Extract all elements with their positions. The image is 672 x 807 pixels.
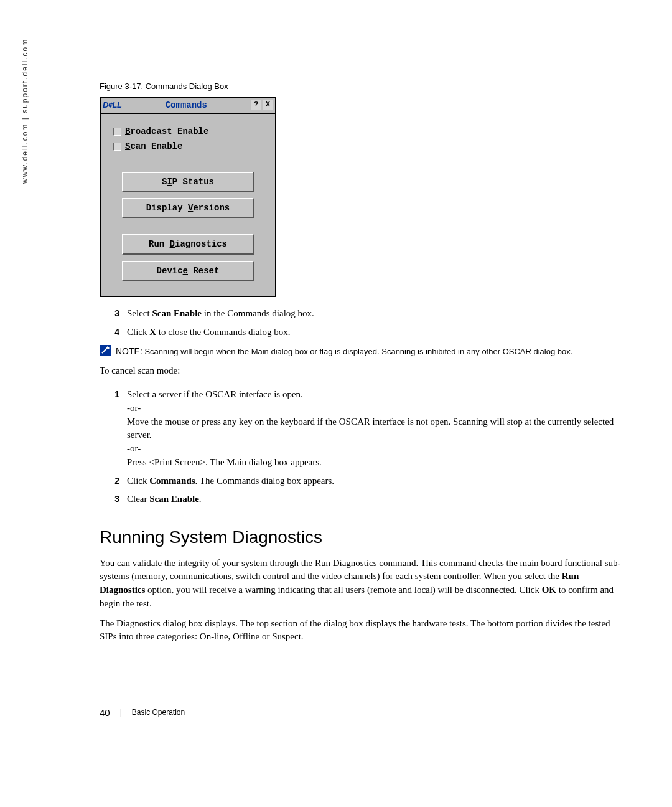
page-footer: 40 | Basic Operation xyxy=(100,706,622,720)
step-text: Clear Scan Enable. xyxy=(127,493,622,506)
step-number: 1 xyxy=(100,388,127,470)
help-icon[interactable]: ? xyxy=(251,100,261,110)
step-4: 4 Click X to close the Commands dialog b… xyxy=(100,326,622,339)
dialog-titlebar: D¢LL Commands ? X xyxy=(101,98,275,114)
step-number: 4 xyxy=(100,326,127,339)
scan-enable-checkbox[interactable] xyxy=(113,143,121,151)
close-icon[interactable]: X xyxy=(263,100,273,110)
diagnostics-paragraph-1: You can validate the integrity of your s… xyxy=(100,557,622,611)
note-block: NOTE: Scanning will begin when the Main … xyxy=(100,345,622,358)
cancel-step-3: 3 Clear Scan Enable. xyxy=(100,493,622,506)
cancel-step-1: 1 Select a server if the OSCAR interface… xyxy=(100,388,622,470)
step-text: Click X to close the Commands dialog box… xyxy=(127,326,622,339)
note-text: Scanning will begin when the Main dialog… xyxy=(142,347,573,356)
cancel-intro: To cancel scan mode: xyxy=(100,364,622,378)
step-number: 3 xyxy=(100,307,127,321)
page-number: 40 xyxy=(100,706,110,720)
note-label: NOTE: xyxy=(116,346,142,356)
display-versions-button[interactable]: Display Versions xyxy=(122,198,254,218)
note-icon xyxy=(100,345,111,356)
broadcast-enable-row[interactable]: Broadcast Enable xyxy=(113,125,263,138)
sidebar-url: www.dell.com | support.dell.com xyxy=(20,39,30,184)
broadcast-enable-label: Broadcast Enable xyxy=(125,125,208,138)
dell-logo: D¢LL xyxy=(103,100,122,111)
step-text: Select a server if the OSCAR interface i… xyxy=(127,388,622,470)
step-number: 2 xyxy=(100,474,127,488)
section-heading: Running System Diagnostics xyxy=(100,525,622,550)
footer-section: Basic Operation xyxy=(132,707,185,718)
run-diagnostics-button[interactable]: Run Diagnostics xyxy=(122,234,254,254)
cancel-step-2: 2 Click Commands. The Commands dialog bo… xyxy=(100,474,622,488)
commands-dialog: D¢LL Commands ? X Broadcast Enable Scan … xyxy=(100,97,276,297)
footer-separator: | xyxy=(120,707,122,718)
step-3: 3 Select Scan Enable in the Commands dia… xyxy=(100,307,622,321)
step-text: Click Commands. The Commands dialog box … xyxy=(127,474,622,488)
figure-caption: Figure 3-17. Commands Dialog Box xyxy=(100,81,622,93)
broadcast-enable-checkbox[interactable] xyxy=(113,128,121,136)
step-text: Select Scan Enable in the Commands dialo… xyxy=(127,307,622,321)
diagnostics-paragraph-2: The Diagnostics dialog box displays. The… xyxy=(100,617,622,644)
dialog-title: Commands xyxy=(122,99,251,111)
scan-enable-row[interactable]: Scan Enable xyxy=(113,140,263,153)
scan-enable-label: Scan Enable xyxy=(125,140,182,153)
step-number: 3 xyxy=(100,493,127,506)
sip-status-button[interactable]: SIP Status xyxy=(122,172,254,192)
device-reset-button[interactable]: Device Reset xyxy=(122,261,254,281)
